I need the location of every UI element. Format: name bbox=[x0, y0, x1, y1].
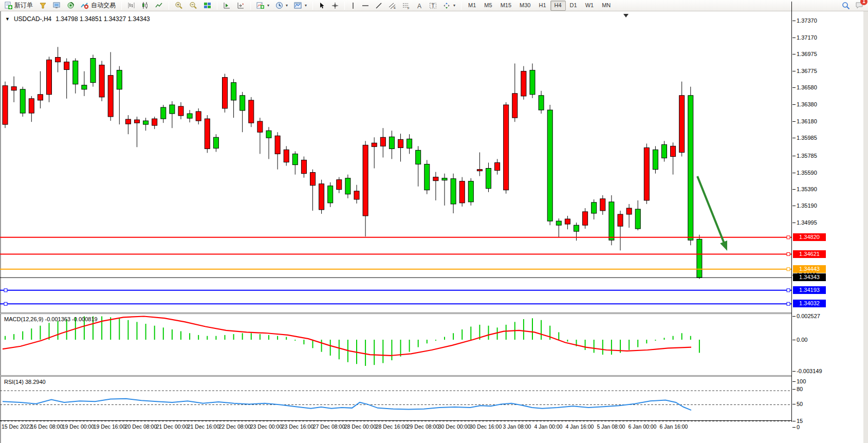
candle bbox=[319, 180, 324, 214]
candlestick-chart-button[interactable] bbox=[138, 1, 152, 11]
terminal-button[interactable] bbox=[64, 1, 78, 11]
notifications-button[interactable]: 1 bbox=[855, 1, 864, 11]
price-tick-label: 1.37170 bbox=[797, 34, 817, 41]
macd-signal-line bbox=[3, 317, 691, 356]
auto-scroll-button[interactable] bbox=[220, 1, 234, 11]
candle bbox=[240, 92, 245, 132]
macd-panel[interactable] bbox=[0, 315, 792, 375]
candle-body bbox=[257, 121, 263, 132]
candle-body bbox=[380, 137, 385, 146]
candle-body bbox=[249, 100, 254, 123]
timeframe-button-h4[interactable]: H4 bbox=[550, 1, 566, 11]
candle-body bbox=[486, 169, 491, 189]
candle bbox=[433, 172, 438, 200]
indicators-button[interactable]: ▾ bbox=[253, 1, 272, 11]
candle-body bbox=[275, 136, 280, 154]
candle-body bbox=[38, 95, 43, 100]
price-tick-label: 1.36775 bbox=[797, 68, 817, 74]
candle bbox=[301, 157, 306, 178]
candle bbox=[275, 132, 280, 169]
price-tick-label: 1.35785 bbox=[797, 153, 817, 159]
axis-tick bbox=[792, 340, 796, 340]
timeframe-button-m1[interactable]: M1 bbox=[464, 1, 480, 11]
timeframe-button-h1[interactable]: H1 bbox=[534, 1, 550, 11]
zoom-out-button[interactable] bbox=[186, 1, 200, 11]
candle-body bbox=[310, 173, 316, 186]
candle-body bbox=[521, 71, 526, 96]
equidistant-channel-tool-button[interactable]: E bbox=[385, 1, 399, 11]
candle bbox=[99, 61, 104, 101]
candle bbox=[3, 82, 8, 128]
templates-button[interactable]: ▾ bbox=[291, 1, 310, 11]
timeframe-button-w1[interactable]: W1 bbox=[581, 1, 598, 11]
candle-body bbox=[266, 131, 271, 138]
candle bbox=[135, 117, 140, 147]
timeframe-button-d1[interactable]: D1 bbox=[566, 1, 581, 11]
time-axis-line bbox=[0, 420, 792, 421]
line-anchor bbox=[787, 302, 790, 305]
autotrading-icon bbox=[81, 2, 89, 9]
fibonacci-tool-button[interactable]: F bbox=[399, 1, 413, 11]
zoom-in-button[interactable] bbox=[172, 1, 186, 11]
macd-tick-label: -0.003149 bbox=[797, 368, 822, 374]
candle-body bbox=[11, 87, 16, 90]
candle bbox=[459, 177, 465, 207]
timeframe-button-m15[interactable]: M15 bbox=[496, 1, 515, 11]
timeframe-button-m5[interactable]: M5 bbox=[480, 1, 496, 11]
line-chart-button[interactable] bbox=[152, 1, 166, 11]
trendline-tool-button[interactable] bbox=[372, 1, 385, 11]
bar-chart-icon bbox=[127, 2, 135, 9]
main-toolbar: 新订单 自动交易 bbox=[0, 0, 868, 11]
navigator-button[interactable] bbox=[50, 1, 64, 11]
candle bbox=[671, 142, 676, 174]
candle-body bbox=[556, 221, 561, 225]
search-icon[interactable] bbox=[842, 2, 850, 10]
candle-body bbox=[337, 180, 342, 190]
candle bbox=[372, 137, 377, 168]
candle-body bbox=[635, 209, 640, 229]
candle-body bbox=[504, 105, 509, 190]
candle-body bbox=[328, 186, 333, 203]
candle-body bbox=[213, 137, 218, 148]
axis-tick bbox=[792, 371, 796, 372]
tile-windows-button[interactable] bbox=[200, 1, 214, 11]
candle bbox=[495, 159, 500, 174]
candle bbox=[688, 87, 693, 246]
candle-body bbox=[292, 154, 298, 164]
candle-body bbox=[135, 120, 140, 123]
candle bbox=[600, 195, 605, 215]
text-tool-button[interactable]: A bbox=[413, 1, 426, 11]
candle bbox=[292, 151, 298, 174]
candle-body bbox=[679, 96, 685, 153]
candle bbox=[257, 118, 263, 154]
market-watch-button[interactable] bbox=[36, 1, 50, 11]
vertical-line-tool-button[interactable] bbox=[347, 1, 359, 11]
periods-button[interactable]: ▾ bbox=[272, 1, 291, 11]
timeframe-button-mn[interactable]: MN bbox=[598, 1, 615, 11]
candle-body bbox=[592, 202, 597, 213]
horizontal-line-tool-button[interactable] bbox=[359, 1, 372, 11]
notification-badge: 1 bbox=[860, 0, 867, 5]
chart-shift-button[interactable] bbox=[234, 1, 248, 11]
price-axis-line bbox=[791, 2, 792, 422]
crosshair-button[interactable] bbox=[328, 1, 342, 11]
candle bbox=[547, 105, 552, 225]
horizontal-line-icon bbox=[362, 3, 369, 8]
current-price-label: 1.34343 bbox=[793, 273, 826, 281]
price-chart-panel[interactable] bbox=[0, 13, 792, 312]
autotrading-button[interactable]: 自动交易 bbox=[78, 1, 119, 11]
axis-tick bbox=[792, 206, 796, 206]
fibonacci-icon: F bbox=[402, 2, 410, 9]
line-anchor bbox=[4, 289, 7, 292]
new-order-button[interactable]: 新订单 bbox=[2, 1, 36, 11]
candle-body bbox=[451, 179, 456, 204]
bar-chart-button[interactable] bbox=[124, 1, 138, 11]
timeframe-button-m30[interactable]: M30 bbox=[515, 1, 534, 11]
candle bbox=[662, 141, 667, 161]
cursor-button[interactable] bbox=[316, 1, 328, 11]
candle bbox=[143, 118, 149, 131]
panel-resize-separator[interactable] bbox=[0, 312, 791, 314]
label-tool-button[interactable]: T bbox=[426, 1, 440, 11]
arrows-tool-button[interactable]: ▾ bbox=[440, 1, 458, 11]
svg-text:T: T bbox=[432, 3, 435, 9]
